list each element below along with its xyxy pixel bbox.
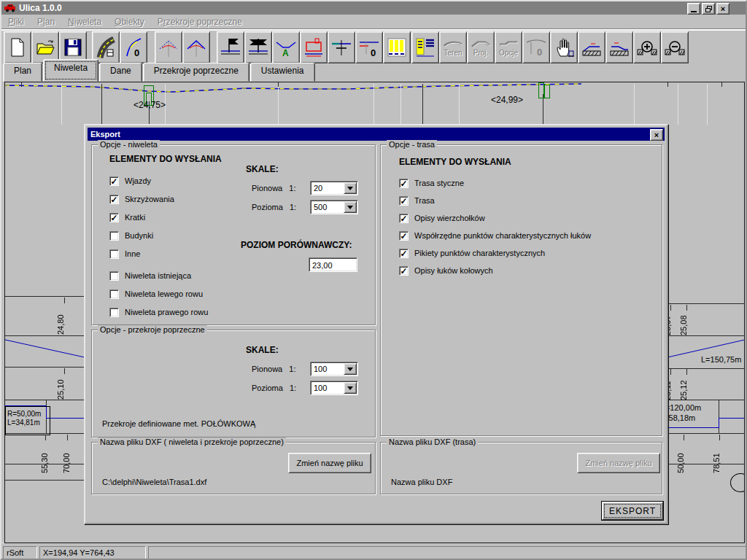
window-title: Ulica 1.0.0	[19, 3, 62, 13]
combo-dropdown-button[interactable]	[344, 382, 357, 394]
checkbox-niweleta-lewego-rowu[interactable]: Niweleta lewego rowu	[109, 289, 203, 299]
flag-double-icon	[247, 36, 269, 58]
station-value: 50,00	[676, 438, 686, 473]
checkbox-box[interactable]	[109, 231, 119, 241]
tab-plan[interactable]: Plan	[3, 63, 42, 82]
legend-button[interactable]	[411, 31, 439, 63]
checkbox-wspolrzedne-punktow[interactable]: ✓ Współrzędne punktów charakterystycznyc…	[399, 230, 591, 241]
menu-plan[interactable]: Plan	[31, 15, 61, 28]
menu-przekroje-poprzeczne[interactable]: Przekroje poprzeczne	[151, 15, 249, 28]
menu-bar: Pliki Plan Niweleta Obiekty Przekroje po…	[1, 15, 746, 29]
band-line	[666, 303, 745, 304]
teren-label: Teren	[444, 49, 462, 57]
checkbox-wjazdy[interactable]: ✓ Wjazdy	[109, 176, 151, 186]
checkbox-box[interactable]: ✓	[109, 176, 119, 186]
checkbox-opisy-lukow[interactable]: ✓ Opisy łuków kołowych	[399, 265, 493, 276]
ditch-annotation-button[interactable]: A	[272, 31, 300, 63]
minimize-button[interactable]	[687, 3, 700, 15]
group-title: Nazwa pliku DXF ( niweleta i przekroje p…	[98, 438, 286, 446]
change-filename-button[interactable]: Zmień nazwę pliku	[288, 453, 371, 473]
embankment-view-button[interactable]	[578, 31, 605, 63]
road-icon	[96, 36, 116, 58]
pionowa-combo[interactable]: 20	[310, 181, 358, 195]
change-filename-button-disabled: Zmień nazwę pliku	[577, 453, 660, 473]
checkbox-skrzyzowania[interactable]: ✓ Skrzyżowania	[109, 194, 174, 204]
opcje-button: Opcje	[495, 31, 522, 63]
method-note: Przekroje definiowane met. POŁÓWKOWĄ	[102, 419, 255, 428]
tab-niweleta[interactable]: Niweleta	[43, 59, 98, 82]
pozioma-combo[interactable]: 100	[310, 381, 358, 395]
checkbox-label: Współrzędne punktów charakterystycznych …	[414, 231, 591, 240]
checkbox-box[interactable]: ✓	[109, 195, 119, 204]
combo-dropdown-button[interactable]	[344, 201, 357, 213]
vertex-dashed-icon	[158, 36, 179, 58]
crossfall-zero-button[interactable]: 0	[355, 31, 383, 63]
status-coordinates: X=194,94 Y=764,43	[39, 546, 146, 560]
new-file-button[interactable]	[4, 31, 31, 63]
pionowa-combo[interactable]: 100	[310, 362, 358, 376]
checkbox-kratki[interactable]: ✓ Kratki	[109, 212, 145, 222]
checkbox-box[interactable]	[109, 249, 119, 259]
zoom-in-button[interactable]	[633, 31, 661, 63]
checkbox-box[interactable]: ✓	[109, 213, 119, 222]
checkbox-box[interactable]: ✓	[399, 231, 409, 241]
checkbox-trasa[interactable]: ✓ Trasa	[399, 195, 435, 206]
checkbox-box[interactable]	[109, 308, 119, 317]
checkbox-budynki[interactable]: Budynki	[109, 230, 153, 241]
checkbox-opisy-wierzcholkow[interactable]: ✓ Opisy wierzchołków	[399, 213, 485, 223]
culvert-button[interactable]	[300, 31, 328, 63]
poziom-input[interactable]	[309, 257, 357, 272]
checkbox-box[interactable]: ✓	[399, 179, 409, 188]
profile-zero-button[interactable]: 0	[120, 31, 147, 63]
menu-pliki[interactable]: Pliki	[1, 15, 31, 28]
poziom-heading: POZIOM PORÓWNAWCZY:	[241, 240, 352, 250]
teren-button: Teren	[439, 31, 467, 63]
checkbox-box[interactable]	[109, 271, 119, 281]
zero-glyph: 0	[134, 47, 139, 58]
tab-dane[interactable]: Dane	[99, 63, 142, 82]
flag-double-button[interactable]	[244, 31, 272, 63]
menu-niweleta[interactable]: Niweleta	[61, 15, 108, 28]
grid-line	[707, 84, 708, 125]
toolbar-group-vertex	[155, 31, 210, 63]
pozioma-combo[interactable]: 500	[310, 200, 358, 214]
tick-mark	[667, 82, 668, 87]
checkbox-pikiety-punktow[interactable]: ✓ Pikiety punktów charakterystycznych	[399, 248, 545, 258]
zoom-out-button[interactable]	[661, 31, 689, 63]
combo-dropdown-button[interactable]	[344, 363, 357, 375]
checkbox-box[interactable]: ✓	[399, 266, 409, 276]
crossfall-button[interactable]	[328, 31, 355, 63]
checkbox-trasa-styczne[interactable]: ✓ Trasa styczne	[399, 178, 464, 188]
pionowa-label: Pionowa 1:	[252, 184, 296, 192]
checkbox-box[interactable]: ✓	[399, 249, 409, 258]
menu-obiekty[interactable]: Obiekty	[108, 15, 151, 28]
vertex-solid-button[interactable]	[182, 31, 210, 63]
checkbox-box[interactable]: ✓	[399, 214, 409, 223]
checkbox-niweleta-istniejaca[interactable]: Niweleta istniejąca	[109, 271, 191, 281]
embankment-edit-button[interactable]	[605, 31, 633, 63]
pan-button[interactable]	[550, 31, 578, 63]
restore-button[interactable]	[702, 3, 715, 15]
embankment-edit-icon	[608, 36, 630, 58]
checkbox-box[interactable]	[109, 289, 119, 299]
vertex-dashed-button[interactable]	[155, 31, 182, 63]
dxf-file-path: C:\delphi\Niweleta\Trasa1.dxf	[102, 478, 206, 486]
sections-button[interactable]	[383, 31, 411, 63]
checkbox-inne[interactable]: Inne	[109, 249, 140, 259]
checkbox-box[interactable]: ✓	[399, 196, 409, 206]
close-button[interactable]: ×	[716, 3, 729, 15]
dialog-title-bar[interactable]: Eksport ×	[88, 128, 665, 141]
eksport-button-face[interactable]: EKSPORT	[602, 502, 663, 520]
tab-ustawienia[interactable]: Ustawienia	[250, 63, 315, 82]
new-document-icon	[8, 37, 27, 58]
toolbar: 0	[1, 30, 746, 63]
group-title: Opcje - niweleta	[98, 140, 160, 149]
flag-button[interactable]	[217, 31, 244, 63]
checkbox-niweleta-prawego-rowu[interactable]: Niweleta prawego rowu	[109, 307, 208, 317]
group-dxf-trasa: Nazwa pliku DXF (trasa) Zmień nazwę plik…	[380, 442, 662, 494]
group-opcje-przekroje: Opcje - przekroje poprzeczne SKALE: Pion…	[91, 330, 376, 438]
tab-przekroje-poprzeczne[interactable]: Przekroje poprzeczne	[143, 63, 249, 82]
eksport-button[interactable]: EKSPORT	[601, 501, 664, 521]
combo-dropdown-button[interactable]	[344, 182, 357, 194]
dialog-close-button[interactable]: ×	[650, 129, 663, 141]
